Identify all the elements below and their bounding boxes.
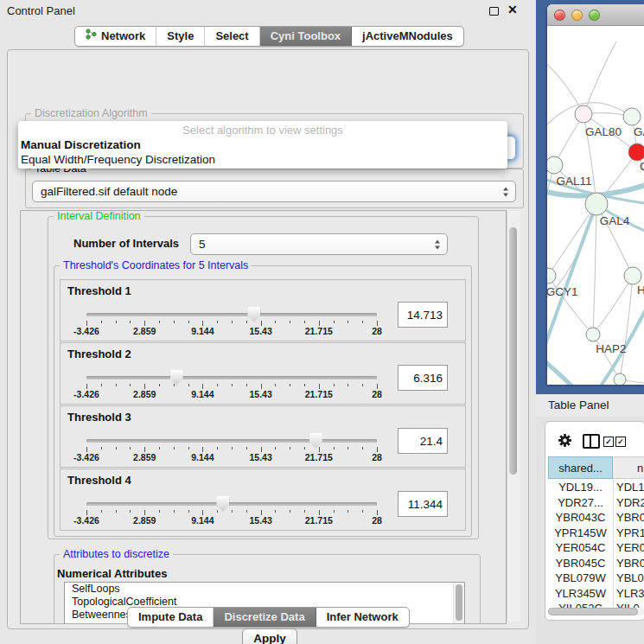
threshold-slider-track[interactable] xyxy=(86,313,377,316)
network-node-c[interactable] xyxy=(628,143,644,161)
columns-icon[interactable] xyxy=(583,434,600,449)
tab-select[interactable]: Select xyxy=(205,27,259,46)
checkbox-icon[interactable]: ✓ xyxy=(615,437,626,447)
gear-icon[interactable] xyxy=(558,433,572,451)
algorithm-hint: Select algorithm to view settings xyxy=(18,124,507,137)
tab-label: Select xyxy=(215,27,248,46)
number-of-intervals-select[interactable]: 5 xyxy=(190,233,448,255)
tab-infer-network[interactable]: Infer Network xyxy=(316,608,409,627)
group-title: Attributes to discretize xyxy=(60,548,173,561)
tick-label: 15.43 xyxy=(249,452,271,462)
minor-tick xyxy=(275,447,276,450)
cell-name[interactable]: YER0 xyxy=(616,540,644,556)
algorithm-option-equal-width-frequency-discretization[interactable]: Equal Width/Frequency Discretization xyxy=(21,153,505,167)
apply-button[interactable]: Apply xyxy=(242,628,297,644)
network-node-h[interactable] xyxy=(624,267,641,284)
node-label: GCY1 xyxy=(547,285,577,298)
tab-jactivemnodules[interactable]: jActiveMNodules xyxy=(352,27,463,46)
table-row[interactable]: YBL079WYBL0 xyxy=(545,571,644,586)
scrollbar-thumb[interactable] xyxy=(456,584,462,621)
tab-discretize-data[interactable]: Discretize Data xyxy=(214,608,316,627)
minor-tick xyxy=(362,447,363,450)
network-canvas[interactable]: GAL80GACGAL11GAL4GCY1HHAP2 xyxy=(547,26,644,385)
table-row[interactable]: YLR345WYLR3 xyxy=(545,586,644,602)
bottom-tab-bar: Impute DataDiscretize DataInfer Network xyxy=(127,607,410,628)
close-icon[interactable]: ✕ xyxy=(507,3,518,16)
table-row[interactable]: YPR145WYPR1 xyxy=(545,526,644,541)
threshold-slider-thumb[interactable] xyxy=(216,496,229,512)
network-edge xyxy=(547,356,575,385)
traffic-light-zoom[interactable] xyxy=(589,10,600,21)
threshold-slider-track[interactable] xyxy=(86,502,377,506)
network-node-gal11[interactable] xyxy=(547,156,563,174)
cell-shared-name[interactable]: YBR043C xyxy=(548,510,613,526)
tab-label: Discretize Data xyxy=(224,608,304,627)
cell-name[interactable]: YBL0 xyxy=(616,571,644,586)
table-row[interactable]: YER054CYER0 xyxy=(545,540,644,556)
table-row[interactable]: YBR045CYBR0 xyxy=(545,556,644,571)
network-node-gal80[interactable] xyxy=(575,105,592,123)
attribute-item-selfloops[interactable]: SelfLoops xyxy=(65,583,464,596)
column-header-shared-name[interactable]: shared... xyxy=(548,456,613,479)
network-window-titlebar[interactable] xyxy=(547,4,644,26)
tab-cyni-toolbox[interactable]: Cyni Toolbox xyxy=(260,27,352,46)
tick-label: 2.859 xyxy=(133,389,156,399)
network-node-gal4[interactable] xyxy=(585,193,608,215)
threshold-label: Threshold 1 xyxy=(67,284,131,297)
minor-tick xyxy=(116,510,117,513)
table-data-select[interactable]: galFiltered.sif default node xyxy=(32,181,516,202)
cell-shared-name[interactable]: YBR045C xyxy=(548,556,613,571)
traffic-light-close[interactable] xyxy=(554,10,565,21)
threshold-slider-track[interactable] xyxy=(86,439,377,443)
threshold-value-field[interactable]: 14.713 xyxy=(398,302,448,328)
network-node-hap2[interactable] xyxy=(586,328,600,341)
traffic-light-minimize[interactable] xyxy=(571,10,583,21)
column-header-name[interactable]: n xyxy=(613,456,644,479)
threshold-slider-track[interactable] xyxy=(86,376,377,379)
minor-tick xyxy=(290,384,290,386)
tab-impute-data[interactable]: Impute Data xyxy=(128,608,214,627)
settings-vertical-scrollbar[interactable] xyxy=(507,211,520,622)
algorithm-option-manual-discretization[interactable]: Manual Discretization xyxy=(21,138,505,152)
cyni-toolbox-panel: Discretization Algorithm Select algorith… xyxy=(7,49,529,629)
tab-network[interactable]: Network xyxy=(75,27,156,46)
cell-name[interactable]: YDR2 xyxy=(616,495,644,511)
cell-shared-name[interactable]: YBL079W xyxy=(548,571,613,586)
tick-label: -3.426 xyxy=(73,389,99,399)
window-title: Control Panel xyxy=(7,4,75,17)
threshold-slider-thumb[interactable] xyxy=(170,370,183,386)
network-node-gcy1[interactable] xyxy=(547,268,556,284)
scrollbar-thumb[interactable] xyxy=(548,608,638,615)
tick-label: 15.43 xyxy=(249,389,271,399)
cell-name[interactable]: YBR0 xyxy=(616,556,644,571)
minor-tick xyxy=(101,321,102,323)
table-row[interactable]: YDL19...YDL1 xyxy=(545,480,644,495)
threshold-value-field[interactable]: 21.4 xyxy=(398,428,448,454)
tab-style[interactable]: Style xyxy=(156,27,205,46)
table-row[interactable]: YBR043CYBR0 xyxy=(545,510,644,526)
cell-name[interactable]: YPR1 xyxy=(616,526,644,541)
cell-shared-name[interactable]: YLR345W xyxy=(548,586,613,602)
threshold-value-field[interactable]: 6.316 xyxy=(398,365,448,391)
numerical-attributes-label: Numerical Attributes xyxy=(57,567,167,580)
cell-shared-name[interactable]: YDL19... xyxy=(548,480,613,495)
network-node-ga[interactable] xyxy=(623,108,641,125)
cell-name[interactable]: YLR3 xyxy=(616,586,644,602)
cell-shared-name[interactable]: YER054C xyxy=(548,540,613,556)
cell-name[interactable]: YDL1 xyxy=(616,480,644,495)
minor-tick xyxy=(334,321,335,323)
attributes-scrollbar[interactable] xyxy=(453,583,464,623)
table-horizontal-scrollbar[interactable] xyxy=(548,608,644,615)
cell-shared-name[interactable]: YPR145W xyxy=(548,526,613,541)
threshold-slider-thumb[interactable] xyxy=(247,307,260,322)
checkbox-icon[interactable]: ✓ xyxy=(603,437,614,447)
cell-name[interactable]: YBR0 xyxy=(616,510,644,526)
table-row[interactable]: YDR27...YDR2 xyxy=(545,495,644,511)
network-node[interactable] xyxy=(614,373,626,385)
minor-tick xyxy=(304,384,305,386)
float-window-icon[interactable] xyxy=(489,7,499,16)
cell-shared-name[interactable]: YDR27... xyxy=(548,495,613,511)
threshold-slider-thumb[interactable] xyxy=(309,433,322,449)
scrollbar-thumb[interactable] xyxy=(509,227,517,475)
threshold-value-field[interactable]: 11.344 xyxy=(398,491,448,517)
